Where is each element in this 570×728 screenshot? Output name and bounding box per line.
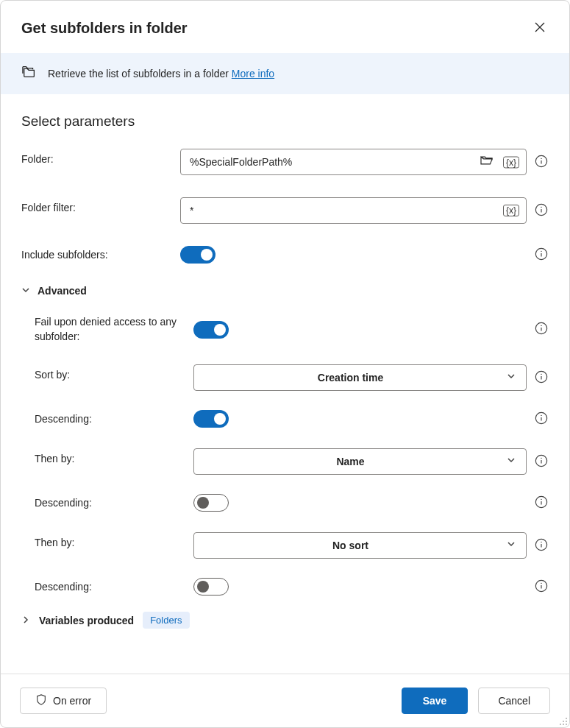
info-icon	[535, 454, 548, 470]
sort-by-label: Sort by:	[35, 364, 193, 381]
variable-badge[interactable]: Folders	[143, 612, 189, 629]
param-row-folder: Folder: {x}	[21, 149, 549, 175]
desc3-toggle[interactable]	[193, 578, 229, 596]
then-by2-label: Then by:	[35, 532, 193, 548]
info-button-then2[interactable]	[534, 538, 549, 553]
resize-grip[interactable]	[557, 715, 568, 726]
include-subfolders-label: Include subfolders:	[21, 249, 180, 261]
param-row-folder-filter: Folder filter: {x}	[21, 197, 549, 224]
dialog-title: Get subfolders in folder	[21, 20, 188, 37]
info-button-fail[interactable]	[534, 322, 549, 337]
info-button-then1[interactable]	[534, 454, 549, 469]
on-error-button[interactable]: On error	[20, 688, 107, 714]
svg-point-8	[541, 250, 541, 251]
then-by1-label: Then by:	[35, 448, 193, 464]
svg-point-23	[541, 498, 541, 499]
desc3-label: Descending:	[35, 581, 193, 593]
desc1-toggle[interactable]	[193, 410, 229, 428]
folder-filter-label: Folder filter:	[21, 197, 180, 213]
dialog-body: Select parameters Folder: {x}	[1, 94, 569, 674]
info-icon	[535, 411, 548, 427]
fail-denied-label: Fail upon denied access to any subfolder…	[35, 315, 180, 344]
info-button-folder[interactable]	[534, 155, 549, 169]
dialog-header: Get subfolders in folder	[1, 1, 569, 53]
info-button-desc1[interactable]	[534, 411, 549, 426]
include-subfolders-toggle[interactable]	[180, 246, 215, 264]
info-icon	[535, 370, 548, 386]
insert-variable-button[interactable]: {x}	[502, 155, 521, 169]
svg-point-32	[566, 721, 567, 722]
param-row-include-subfolders: Include subfolders:	[21, 246, 549, 264]
sort-by-select[interactable]: Creation time	[193, 364, 527, 391]
on-error-label: On error	[53, 695, 91, 707]
svg-point-31	[563, 721, 564, 722]
section-title: Select parameters	[21, 113, 549, 130]
info-button-sort[interactable]	[534, 370, 549, 385]
folder-input[interactable]	[180, 149, 527, 175]
svg-point-33	[560, 724, 561, 725]
advanced-header[interactable]: Advanced	[21, 284, 549, 297]
folder-label: Folder:	[21, 149, 180, 165]
desc1-label: Descending:	[35, 413, 193, 425]
row-desc3: Descending:	[35, 578, 549, 596]
svg-point-35	[566, 724, 567, 725]
fail-denied-toggle[interactable]	[193, 321, 229, 339]
folders-icon	[21, 65, 38, 82]
row-sort-by: Sort by: Creation time	[35, 364, 549, 391]
row-desc1: Descending:	[35, 410, 549, 428]
info-banner: Retrieve the list of subfolders in a fol…	[1, 53, 569, 94]
svg-point-34	[563, 724, 564, 725]
info-icon	[535, 579, 548, 595]
browse-folder-button[interactable]	[478, 154, 496, 171]
row-then-by1: Then by: Name	[35, 448, 549, 475]
variable-icon: {x}	[503, 156, 519, 168]
info-button-desc2[interactable]	[534, 495, 549, 510]
svg-point-5	[541, 206, 541, 207]
then-by1-select[interactable]: Name	[193, 448, 527, 475]
chevron-down-icon	[21, 284, 30, 297]
banner-description: Retrieve the list of subfolders in a fol…	[48, 68, 232, 79]
then-by2-select[interactable]: No sort	[193, 532, 527, 559]
close-icon	[534, 24, 546, 35]
cancel-button[interactable]: Cancel	[478, 688, 550, 714]
dialog: Get subfolders in folder Retrieve the li…	[0, 0, 570, 728]
svg-point-17	[541, 414, 541, 415]
insert-variable-button-filter[interactable]: {x}	[502, 203, 521, 218]
folder-filter-input[interactable]	[180, 197, 527, 224]
close-button[interactable]	[530, 17, 550, 40]
info-button-include[interactable]	[534, 247, 549, 262]
advanced-title: Advanced	[38, 285, 87, 297]
variable-icon: {x}	[503, 205, 519, 216]
info-icon	[535, 495, 548, 511]
desc2-label: Descending:	[35, 497, 193, 509]
banner-text: Retrieve the list of subfolders in a fol…	[48, 68, 274, 79]
folder-open-icon	[480, 155, 494, 169]
svg-point-20	[541, 457, 541, 458]
info-icon	[535, 322, 548, 337]
save-button[interactable]: Save	[402, 688, 469, 714]
info-icon	[535, 538, 548, 554]
info-button-filter[interactable]	[534, 203, 549, 218]
info-icon	[535, 155, 548, 170]
row-desc2: Descending:	[35, 494, 549, 512]
svg-point-29	[541, 582, 541, 583]
shield-icon	[35, 694, 47, 708]
dialog-footer: On error Save Cancel	[1, 674, 569, 727]
info-button-desc3[interactable]	[534, 579, 549, 594]
variables-title: Variables produced	[39, 615, 134, 626]
svg-point-30	[566, 718, 567, 719]
desc2-toggle[interactable]	[193, 494, 229, 512]
more-info-link[interactable]: More info	[232, 68, 274, 79]
chevron-right-icon	[21, 614, 30, 627]
info-icon	[535, 203, 548, 219]
row-then-by2: Then by: No sort	[35, 532, 549, 559]
svg-point-2	[541, 158, 541, 158]
row-fail-denied: Fail upon denied access to any subfolder…	[35, 315, 549, 344]
svg-point-14	[541, 373, 541, 374]
variables-produced-row[interactable]: Variables produced Folders	[21, 612, 549, 629]
info-icon	[535, 247, 548, 263]
advanced-section: Advanced Fail upon denied access to any …	[21, 284, 549, 596]
svg-point-26	[541, 541, 541, 542]
svg-point-11	[541, 325, 541, 326]
